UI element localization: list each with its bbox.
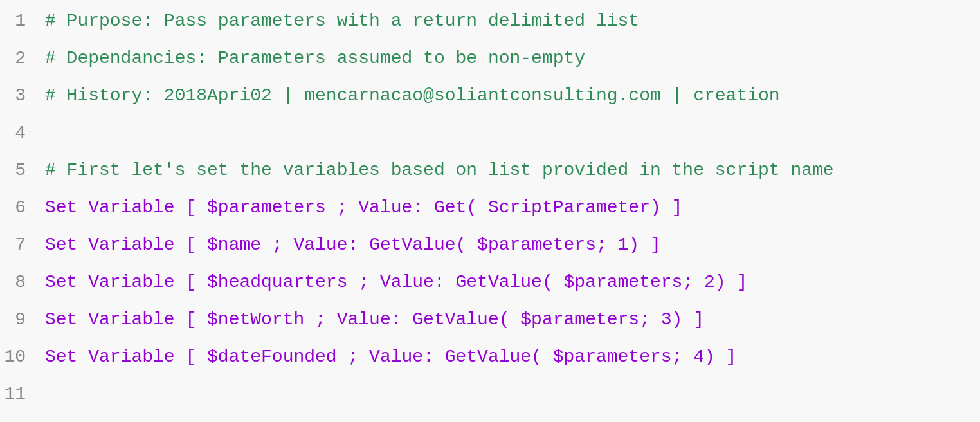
line-content: # First let's set the variables based on… bbox=[39, 157, 980, 184]
code-editor: 1# Purpose: Pass parameters with a retur… bbox=[0, 0, 980, 422]
line-number: 10 bbox=[0, 344, 39, 371]
line-content: # Dependancies: Parameters assumed to be… bbox=[39, 45, 980, 72]
line-content: Set Variable [ $netWorth ; Value: GetVal… bbox=[39, 306, 980, 333]
code-line: 8Set Variable [ $headquarters ; Value: G… bbox=[0, 268, 980, 305]
line-content: Set Variable [ $dateFounded ; Value: Get… bbox=[39, 344, 980, 371]
line-number: 11 bbox=[0, 381, 39, 408]
line-number: 3 bbox=[0, 82, 39, 109]
line-number: 1 bbox=[0, 8, 39, 35]
code-line: 5# First let's set the variables based o… bbox=[0, 156, 980, 193]
line-number: 7 bbox=[0, 232, 39, 259]
line-content: Set Variable [ $name ; Value: GetValue( … bbox=[39, 232, 980, 259]
line-content: # Purpose: Pass parameters with a return… bbox=[39, 8, 980, 35]
line-number: 6 bbox=[0, 194, 39, 221]
line-number: 9 bbox=[0, 306, 39, 333]
line-number: 8 bbox=[0, 269, 39, 296]
code-line: 2# Dependancies: Parameters assumed to b… bbox=[0, 44, 980, 81]
code-line: 1# Purpose: Pass parameters with a retur… bbox=[0, 6, 980, 44]
line-number: 2 bbox=[0, 45, 39, 72]
line-number: 5 bbox=[0, 157, 39, 184]
line-content: Set Variable [ $headquarters ; Value: Ge… bbox=[39, 269, 980, 296]
code-line: 4 bbox=[0, 118, 980, 156]
code-line: 9Set Variable [ $netWorth ; Value: GetVa… bbox=[0, 305, 980, 342]
code-line: 10Set Variable [ $dateFounded ; Value: G… bbox=[0, 342, 980, 380]
code-line: 11 bbox=[0, 380, 980, 417]
code-line: 3# History: 2018Apri02 | mencarnacao@sol… bbox=[0, 81, 980, 118]
line-content: Set Variable [ $parameters ; Value: Get(… bbox=[39, 194, 980, 221]
line-content: # History: 2018Apri02 | mencarnacao@soli… bbox=[39, 82, 980, 109]
line-number: 4 bbox=[0, 120, 39, 147]
code-line: 6Set Variable [ $parameters ; Value: Get… bbox=[0, 193, 980, 230]
code-line: 7Set Variable [ $name ; Value: GetValue(… bbox=[0, 230, 980, 268]
